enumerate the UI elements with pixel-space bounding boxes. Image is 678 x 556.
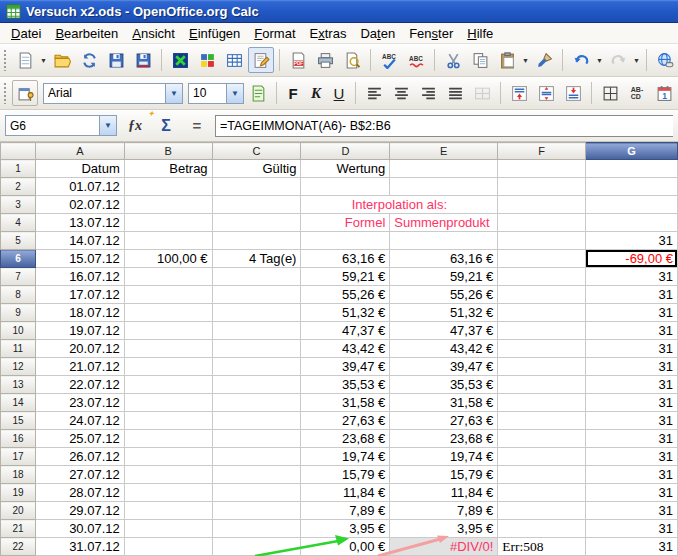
cell-B20[interactable] [124, 502, 212, 520]
cell-F10[interactable] [498, 322, 586, 340]
row-header-7[interactable]: 7 [1, 268, 36, 286]
row-header-6[interactable]: 6 [1, 250, 36, 268]
row-header-8[interactable]: 8 [1, 286, 36, 304]
cell-C21[interactable] [212, 520, 301, 538]
cell-B13[interactable] [124, 376, 212, 394]
menu-hilfe[interactable]: Hilfe [460, 24, 500, 43]
cell-F21[interactable] [498, 520, 586, 538]
cell-C4[interactable] [212, 214, 301, 232]
cell-F3[interactable] [498, 196, 586, 214]
col-header-C[interactable]: C [212, 143, 301, 160]
hyphenation-button[interactable]: AB-CD [624, 80, 650, 106]
cell-G6[interactable]: -69,00 € [586, 250, 678, 268]
cell-F19[interactable] [498, 484, 586, 502]
cell-D11[interactable]: 43,42 € [301, 340, 390, 358]
cell-D22[interactable]: 0,00 € [301, 538, 390, 556]
cell-A22[interactable]: 31.07.12 [35, 538, 124, 556]
grid-corner[interactable] [1, 143, 36, 160]
cell-F9[interactable] [498, 304, 586, 322]
name-box-dropdown[interactable]: ▼ [99, 116, 116, 135]
cell-E13[interactable]: 35,53 € [390, 376, 498, 394]
cell-D18[interactable]: 15,79 € [301, 466, 390, 484]
edit-file-button[interactable] [248, 47, 274, 73]
reload-button[interactable] [76, 47, 102, 73]
row-header-9[interactable]: 9 [1, 304, 36, 322]
font-size-dropdown[interactable]: ▼ [226, 84, 243, 103]
cell-D1[interactable]: Wertung [301, 160, 390, 178]
cell-D17[interactable]: 19,74 € [301, 448, 390, 466]
font-size-input[interactable] [189, 84, 226, 103]
row-header-15[interactable]: 15 [1, 412, 36, 430]
cell-E9[interactable]: 51,32 € [390, 304, 498, 322]
cell-D4[interactable]: Formel [301, 214, 390, 232]
cell-D21[interactable]: 3,95 € [301, 520, 390, 538]
cell-B6[interactable]: 100,00 € [124, 250, 212, 268]
col-header-B[interactable]: B [124, 143, 212, 160]
paste-button[interactable] [494, 47, 520, 73]
save-as-button[interactable] [130, 47, 156, 73]
cell-E11[interactable]: 43,42 € [390, 340, 498, 358]
cell-C16[interactable] [212, 430, 301, 448]
cell-D6[interactable]: 63,16 € [301, 250, 390, 268]
cell-D16[interactable]: 23,68 € [301, 430, 390, 448]
cell-G17[interactable]: 31 [586, 448, 678, 466]
cell-C20[interactable] [212, 502, 301, 520]
cell-F17[interactable] [498, 448, 586, 466]
cell-D7[interactable]: 59,21 € [301, 268, 390, 286]
row-header-14[interactable]: 14 [1, 394, 36, 412]
row-header-21[interactable]: 21 [1, 520, 36, 538]
cell-B11[interactable] [124, 340, 212, 358]
new-document-button[interactable] [12, 47, 38, 73]
col-header-D[interactable]: D [301, 143, 390, 160]
font-size-combobox[interactable]: ▼ [188, 83, 244, 104]
cell-D13[interactable]: 35,53 € [301, 376, 390, 394]
cell-G13[interactable]: 31 [586, 376, 678, 394]
cell-E20[interactable]: 7,89 € [390, 502, 498, 520]
cell-A8[interactable]: 17.07.12 [35, 286, 124, 304]
cell-F7[interactable] [498, 268, 586, 286]
cell-C2[interactable] [212, 178, 301, 196]
menu-format[interactable]: Format [247, 24, 302, 43]
cell-B16[interactable] [124, 430, 212, 448]
cell-E5[interactable] [390, 232, 498, 250]
row-header-17[interactable]: 17 [1, 448, 36, 466]
cell-D5[interactable] [301, 232, 390, 250]
row-header-2[interactable]: 2 [1, 178, 36, 196]
cell-C14[interactable] [212, 394, 301, 412]
cell-E12[interactable]: 39,47 € [390, 358, 498, 376]
cell-A13[interactable]: 22.07.12 [35, 376, 124, 394]
menu-bearbeiten[interactable]: Bearbeiten [48, 24, 125, 43]
cell-F12[interactable] [498, 358, 586, 376]
cell-G11[interactable]: 31 [586, 340, 678, 358]
cell-E15[interactable]: 27,63 € [390, 412, 498, 430]
cell-E16[interactable]: 23,68 € [390, 430, 498, 448]
redo-button[interactable] [605, 47, 631, 73]
new-document-dropdown[interactable]: ▼ [39, 47, 48, 73]
row-header-3[interactable]: 3 [1, 196, 36, 214]
cell-B1[interactable]: Betrag [124, 160, 212, 178]
cell-E2[interactable] [390, 178, 498, 196]
cell-A7[interactable]: 16.07.12 [35, 268, 124, 286]
cell-A5[interactable]: 14.07.12 [35, 232, 124, 250]
cell-G8[interactable]: 31 [586, 286, 678, 304]
cell-G15[interactable]: 31 [586, 412, 678, 430]
cell-E8[interactable]: 55,26 € [390, 286, 498, 304]
row-header-1[interactable]: 1 [1, 160, 36, 178]
cell-A14[interactable]: 23.07.12 [35, 394, 124, 412]
cell-A4[interactable]: 13.07.12 [35, 214, 124, 232]
cell-C9[interactable] [212, 304, 301, 322]
row-header-19[interactable]: 19 [1, 484, 36, 502]
cell-C7[interactable] [212, 268, 301, 286]
align-middle-button[interactable] [533, 80, 559, 106]
menu-extras[interactable]: Extras [303, 24, 354, 43]
underline-button[interactable]: U [328, 80, 350, 106]
export-pdf-button[interactable]: PDF [285, 47, 311, 73]
toolbar-grip[interactable] [3, 82, 8, 104]
row-header-16[interactable]: 16 [1, 430, 36, 448]
cell-F20[interactable] [498, 502, 586, 520]
cell-G21[interactable]: 31 [586, 520, 678, 538]
cell-D19[interactable]: 11,84 € [301, 484, 390, 502]
cell-C13[interactable] [212, 376, 301, 394]
cell-B19[interactable] [124, 484, 212, 502]
copy-button[interactable] [467, 47, 493, 73]
